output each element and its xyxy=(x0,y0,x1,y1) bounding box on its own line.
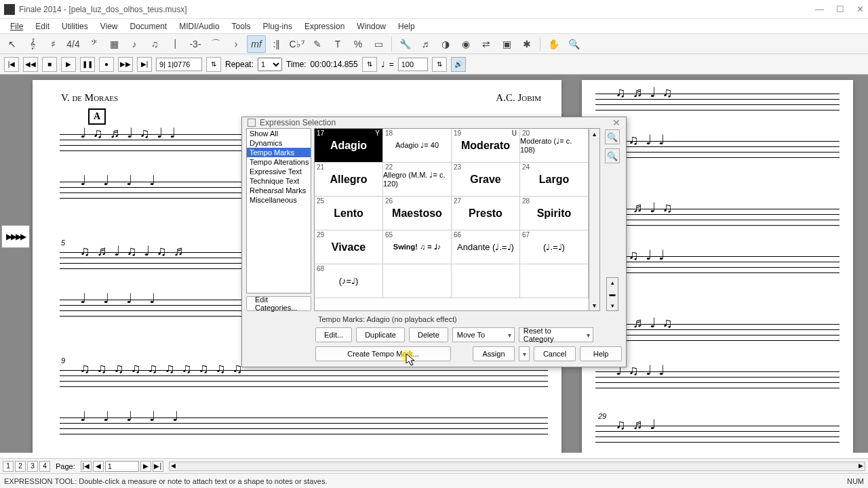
cancel-button[interactable]: Cancel xyxy=(534,346,576,361)
horizontal-scrollbar[interactable]: ◀▶ xyxy=(169,462,865,471)
menu-utilities[interactable]: Utilities xyxy=(56,22,94,31)
dialog-close-icon[interactable]: ✕ xyxy=(612,117,620,128)
zoom-scroll[interactable]: ▴▬▾ xyxy=(606,277,618,311)
expression-cell[interactable]: 67(♩.=♩) xyxy=(520,230,589,264)
mirror-tool-icon[interactable]: ▣ xyxy=(497,35,516,53)
category-item[interactable]: Tempo Marks xyxy=(247,148,311,157)
ossia-tool-icon[interactable]: ♬ xyxy=(416,35,435,53)
repeat-select[interactable]: 1 xyxy=(258,58,282,71)
layer-flap[interactable]: ▶▶▶▶ xyxy=(1,225,30,248)
expression-cell[interactable]: 24Largo xyxy=(520,163,589,197)
category-item[interactable]: Dynamics xyxy=(247,138,311,148)
tempo-stepper-icon[interactable]: ⇅ xyxy=(432,57,447,72)
expression-cell[interactable]: 68(♪=♩) xyxy=(315,264,383,298)
zoom-tool-icon[interactable]: 🔍 xyxy=(564,35,583,53)
staff-tool-icon[interactable]: 𝄞 xyxy=(23,35,42,53)
midi-tool-icon[interactable]: ◉ xyxy=(456,35,475,53)
tuplet-tool-icon[interactable]: -3- xyxy=(186,35,205,53)
lyrics-tool-icon[interactable]: ✎ xyxy=(308,35,327,53)
resize-tool-icon[interactable]: % xyxy=(349,35,368,53)
menu-document[interactable]: Document xyxy=(124,22,174,31)
simple-entry-icon[interactable]: ♪ xyxy=(125,35,144,53)
move-to-select[interactable]: Move To xyxy=(452,327,515,342)
special-tools-icon[interactable]: ✱ xyxy=(517,35,536,53)
clef-tool-icon[interactable]: 𝄢 xyxy=(84,35,103,53)
expression-cell[interactable]: 26Maestoso xyxy=(383,197,452,230)
menu-window[interactable]: Window xyxy=(351,22,392,31)
tool-a-icon[interactable]: 🔧 xyxy=(395,35,414,53)
minimize-icon[interactable]: — xyxy=(815,4,824,14)
expression-cell[interactable]: 66Andante (♩.=♩) xyxy=(452,230,520,264)
category-item[interactable]: Miscellaneous xyxy=(247,195,311,205)
tempo-input[interactable] xyxy=(398,58,428,71)
repeat-tool-icon[interactable]: :‖ xyxy=(267,35,286,53)
menu-view[interactable]: View xyxy=(94,22,124,31)
expression-cell[interactable]: 21Allegro xyxy=(315,163,383,197)
page-tab-3[interactable]: 3 xyxy=(27,461,38,472)
expression-cell[interactable]: 25Lento xyxy=(315,197,383,230)
menu-midi-audio[interactable]: MIDI/Audio xyxy=(173,22,225,31)
expression-cell[interactable]: 18Adagio ♩= 40 xyxy=(383,129,452,163)
page-next-icon[interactable]: ▶ xyxy=(140,461,151,472)
menu-expression[interactable]: Expression xyxy=(298,22,351,31)
page-tab-4[interactable]: 4 xyxy=(39,461,50,472)
expression-tool-icon[interactable]: mf xyxy=(247,35,266,53)
expression-cell[interactable]: 65Swing! ♫ = ♩♪ xyxy=(383,230,452,264)
hand-grabber-icon[interactable]: ✋ xyxy=(544,35,563,53)
page-last-icon[interactable]: ▶| xyxy=(153,461,163,472)
assign-dropdown[interactable] xyxy=(519,346,530,361)
page-tab-2[interactable]: 2 xyxy=(15,461,26,472)
expression-cell[interactable]: 22Allegro (M.M. ♩= c. 120) xyxy=(383,163,452,197)
graphics-tool-icon[interactable]: ◑ xyxy=(436,35,455,53)
speedy-entry-icon[interactable]: ♫ xyxy=(145,35,164,53)
speaker-icon[interactable]: 🔊 xyxy=(451,57,466,72)
expression-cell[interactable]: 28Spirito xyxy=(520,197,589,230)
stepper-icon[interactable]: ⇅ xyxy=(206,57,221,72)
expression-cell[interactable]: 20Moderato (♩= c. 108) xyxy=(520,129,589,163)
delete-button[interactable]: Delete xyxy=(409,327,448,342)
assign-button[interactable]: Assign xyxy=(473,346,515,361)
chord-tool-icon[interactable]: C♭⁷ xyxy=(288,35,307,53)
menu-help[interactable]: Help xyxy=(392,22,421,31)
articulation-icon[interactable]: › xyxy=(226,35,245,53)
rewind-icon[interactable]: ◀◀ xyxy=(23,57,38,72)
maximize-icon[interactable]: ☐ xyxy=(836,4,844,14)
category-item[interactable]: Rehearsal Marks xyxy=(247,186,311,195)
close-icon[interactable]: ✕ xyxy=(856,4,864,14)
time-stepper-icon[interactable]: ⇅ xyxy=(362,57,377,72)
edit-categories-button[interactable]: Edit Categories... xyxy=(246,296,311,311)
note-mover-icon[interactable]: ⇄ xyxy=(477,35,496,53)
grid-scrollbar[interactable]: ▴▾ xyxy=(589,128,600,311)
page-first-icon[interactable]: |◀ xyxy=(81,461,92,472)
expression-cell[interactable]: 17YAdagio xyxy=(315,129,383,163)
category-list[interactable]: Show AllDynamicsTempo MarksTempo Alterat… xyxy=(246,128,311,293)
menu-edit[interactable]: Edit xyxy=(29,22,56,31)
expression-cell[interactable]: 23Grave xyxy=(452,163,520,197)
stop-icon[interactable]: ■ xyxy=(42,57,57,72)
page-prev-icon[interactable]: ◀ xyxy=(93,461,104,472)
menu-tools[interactable]: Tools xyxy=(226,22,257,31)
hyperscribe-icon[interactable]: ⎹⎸ xyxy=(165,35,184,53)
page-tab-1[interactable]: 1 xyxy=(3,461,14,472)
category-item[interactable]: Expressive Text xyxy=(247,167,311,176)
text-tool-icon[interactable]: T xyxy=(328,35,347,53)
create-tempo-mark-button[interactable]: Create Tempo Mark... xyxy=(315,346,451,361)
category-item[interactable]: Tempo Alterations xyxy=(247,157,311,167)
zoom-out-icon[interactable]: 🔍 xyxy=(605,148,620,163)
dialog-titlebar[interactable]: Expression Selection ✕ xyxy=(242,117,626,128)
menu-file[interactable]: File xyxy=(4,22,29,31)
measure-counter-input[interactable] xyxy=(156,58,202,71)
page-layout-icon[interactable]: ▭ xyxy=(369,35,388,53)
edit-button[interactable]: Edit... xyxy=(315,327,352,342)
fast-forward-icon[interactable]: ▶▶ xyxy=(118,57,133,72)
category-item[interactable]: Technique Text xyxy=(247,176,311,186)
category-item[interactable]: Show All xyxy=(247,129,311,138)
help-button[interactable]: Help xyxy=(580,346,622,361)
page-number-input[interactable] xyxy=(105,461,139,472)
expression-grid[interactable]: 17YAdagio18Adagio ♩= 4019UModerato20Mode… xyxy=(314,128,589,311)
zoom-in-icon[interactable]: 🔍 xyxy=(605,129,620,144)
record-icon[interactable]: ● xyxy=(99,57,114,72)
pause-icon[interactable]: ❚❚ xyxy=(80,57,95,72)
smart-shape-icon[interactable]: ⌒ xyxy=(206,35,225,53)
expression-cell[interactable]: 19UModerato xyxy=(452,129,520,163)
